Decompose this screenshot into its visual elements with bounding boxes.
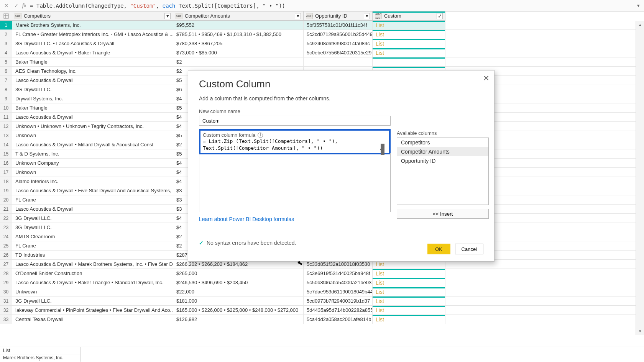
table-row[interactable]: 29Lasco Acoustics & Drywall • Baker Tria… [0, 278, 644, 287]
table-row[interactable]: 33Central Texas Drywall$126,9825ca4dd2a0… [0, 315, 644, 324]
cell-competitors[interactable]: 3G Drywall LLC. [12, 223, 173, 232]
row-number[interactable]: 29 [0, 278, 12, 287]
row-number[interactable]: 31 [0, 296, 12, 305]
cell-opportunity-id[interactable]: 5cd0973b7ff29400319b1d37 [304, 296, 373, 305]
row-number[interactable]: 32 [0, 306, 12, 314]
cell-competitors[interactable]: T & D Systems, Inc. [12, 149, 173, 158]
available-columns-list[interactable]: CompetitorsCompetitor AmountsOpportunity… [397, 138, 489, 205]
cell-competitors[interactable]: FL Crane [12, 241, 173, 250]
row-number[interactable]: 14 [0, 140, 12, 149]
row-number[interactable]: 13 [0, 131, 12, 140]
column-header-custom[interactable]: ABC123 Custom ⤢ [373, 11, 445, 20]
cell-competitors[interactable]: 3G Drywall LLC. [12, 214, 173, 223]
cell-competitors[interactable]: lakeway Commercial • PinPoint Strategies… [12, 306, 173, 314]
cell-amounts[interactable]: $73,000 • $85,000 [173, 48, 304, 57]
cell-custom[interactable]: List [373, 269, 445, 278]
cell-competitors[interactable]: AMTS Cleanroom [12, 232, 173, 241]
cell-custom[interactable]: List [373, 306, 445, 314]
learn-more-link[interactable]: Learn about Power BI Desktop formulas [199, 216, 294, 222]
chevron-down-icon[interactable]: ▾ [295, 13, 301, 19]
table-row[interactable]: 28O'Donnell Snider Construction$265,0005… [0, 269, 644, 278]
cell-opportunity-id[interactable]: 5c2cd07129a856001b25d449 [304, 30, 373, 39]
scroll-down-icon[interactable]: ▾ [636, 327, 644, 335]
cell-competitors[interactable]: Unknown [12, 131, 173, 140]
row-number[interactable]: 28 [0, 269, 12, 278]
cancel-formula-icon[interactable]: ✕ [2, 2, 10, 10]
new-column-name-input[interactable] [199, 116, 391, 126]
cell-competitors[interactable]: Lasco Acoustics & Drywall • Marek Brothe… [12, 260, 173, 269]
row-number[interactable]: 10 [0, 103, 12, 112]
cell-custom[interactable]: List [373, 21, 445, 29]
cell-competitors[interactable]: Lasco Acoustics & Drywall • Five Star Dr… [12, 186, 173, 195]
row-number[interactable]: 9 [0, 94, 12, 103]
cell-competitors[interactable]: 3G Drywall LLC. [12, 85, 173, 94]
row-number[interactable]: 1 [0, 21, 12, 29]
row-number[interactable]: 24 [0, 232, 12, 241]
cancel-button[interactable]: Cancel [455, 244, 483, 254]
table-row[interactable]: 32lakeway Commercial • PinPoint Strategi… [0, 306, 644, 315]
cell-opportunity-id[interactable]: 5c50b8f46aba54000a21be03 [304, 278, 373, 287]
cell-amounts[interactable]: $2 [173, 57, 304, 66]
cell-competitors[interactable]: Baker Triangle [12, 103, 173, 112]
cell-competitors[interactable]: Unknown • Unknown • Unknown • Tegrity Co… [12, 122, 173, 131]
cell-competitors[interactable]: O'Donnell Snider Construction [12, 269, 173, 278]
cell-competitors[interactable]: TD Industries [12, 251, 173, 259]
available-column-item[interactable]: Competitor Amounts [397, 147, 488, 156]
cell-competitors[interactable]: Lasco Acoustics & Drywall [12, 205, 173, 213]
cell-opportunity-id[interactable] [304, 57, 373, 66]
cell-custom[interactable]: List [373, 287, 445, 296]
row-number[interactable]: 17 [0, 168, 12, 177]
formula-bar-text[interactable]: = Table.AddColumn(ChangedType, "Custom",… [30, 3, 285, 9]
cell-competitors[interactable]: Drywall Systems, Inc. [12, 94, 173, 103]
cell-amounts[interactable]: $246,530 • $496,690 • $208,450 [173, 278, 304, 287]
cell-custom[interactable]: List [373, 278, 445, 287]
cell-competitors[interactable]: Lasco Acoustics & Drywall • Baker Triang… [12, 278, 173, 287]
column-header-opportunity-id[interactable]: ABC Opportunity ID ▾ [304, 11, 373, 20]
row-number[interactable]: 21 [0, 205, 12, 213]
row-number[interactable]: 4 [0, 48, 12, 57]
row-number[interactable]: 26 [0, 251, 12, 259]
table-row[interactable]: 30Unkwown$22,0005c7dae953d61190018049b44… [0, 287, 644, 296]
cell-opportunity-id[interactable]: 5bf3557581c01f001f11c34f [304, 21, 373, 29]
cell-opportunity-id[interactable]: 5d4435a95d714b002282a855 [304, 306, 373, 314]
chevron-down-icon[interactable]: ▾ [164, 13, 171, 19]
row-number[interactable]: 6 [0, 67, 12, 75]
cell-opportunity-id[interactable]: 5c0ebe075566f40020315e29 [304, 48, 373, 57]
cell-amounts[interactable]: $22,000 [173, 287, 304, 296]
formula-area-background[interactable] [199, 153, 391, 212]
cell-amounts[interactable]: $785,511 • $950,469 • $1,013,310 • $1,38… [173, 30, 304, 39]
cell-amounts[interactable]: $181,000 [173, 296, 304, 305]
row-number[interactable]: 18 [0, 177, 12, 186]
cell-competitors[interactable]: Unknown Company [12, 159, 173, 167]
cell-custom[interactable]: List [373, 39, 445, 48]
row-number[interactable]: 16 [0, 159, 12, 167]
column-header-amounts[interactable]: ABC Competitor Amounts ▾ [173, 11, 304, 20]
row-number[interactable]: 7 [0, 76, 12, 85]
row-number[interactable]: 8 [0, 85, 12, 94]
row-number[interactable]: 5 [0, 57, 12, 66]
cell-competitors[interactable]: FL Crane [12, 195, 173, 204]
expand-column-icon[interactable]: ⤢ [437, 13, 443, 19]
cell-amounts[interactable]: $126,982 [173, 315, 304, 324]
row-number[interactable]: 27 [0, 260, 12, 269]
cell-custom[interactable]: List [373, 48, 445, 57]
table-row[interactable]: 33G Drywall LLC. • Lasco Acoustics & Dry… [0, 39, 644, 48]
custom-column-formula-input[interactable]: = List.Zip (Text.Split([Competitors], " … [203, 138, 387, 151]
select-all-corner[interactable] [0, 11, 12, 21]
cell-competitors[interactable]: Alamo Interiors Inc. [12, 177, 173, 186]
cell-opportunity-id[interactable]: 5ca4dd2a058ac2001afe814b [304, 315, 373, 324]
row-number[interactable]: 2 [0, 30, 12, 39]
row-number[interactable]: 15 [0, 149, 12, 158]
formula-expand-icon[interactable]: ▾ [635, 2, 642, 9]
row-number[interactable]: 23 [0, 223, 12, 232]
cell-amounts[interactable]: $265,000 [173, 269, 304, 278]
row-number[interactable]: 19 [0, 186, 12, 195]
cell-competitors[interactable]: 3G Drywall LLC. • Lasco Acoustics & Dryw… [12, 39, 173, 48]
cell-competitors[interactable]: AES Clean Technology, Inc. [12, 67, 173, 75]
cell-competitors[interactable]: Central Texas Drywall [12, 315, 173, 324]
row-number[interactable]: 30 [0, 287, 12, 296]
cell-competitors[interactable]: 3G Drywall LLC. [12, 296, 173, 305]
row-number[interactable]: 11 [0, 113, 12, 121]
available-column-item[interactable]: Opportunity ID [397, 156, 488, 165]
row-number[interactable]: 33 [0, 315, 12, 324]
